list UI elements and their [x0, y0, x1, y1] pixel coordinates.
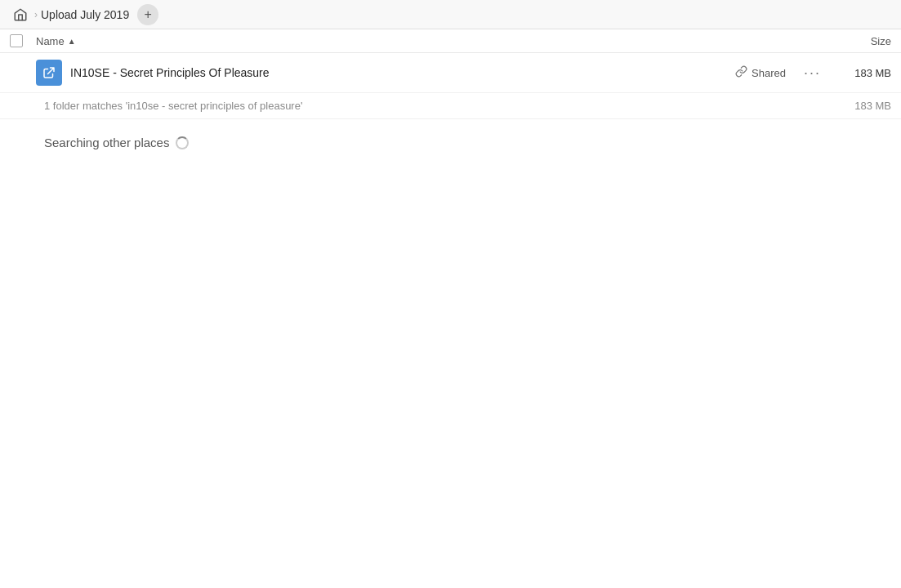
- link-icon: [735, 65, 747, 80]
- sort-arrow-icon: ▲: [68, 37, 76, 46]
- home-button[interactable]: [10, 4, 31, 25]
- add-button[interactable]: +: [137, 4, 158, 25]
- size-column-header[interactable]: Size: [826, 35, 891, 47]
- loading-spinner: [176, 136, 189, 149]
- name-column-label: Name: [36, 35, 65, 47]
- search-results-text: 1 folder matches 'in10se - secret princi…: [44, 100, 302, 112]
- table-row[interactable]: IN10SE - Secret Principles Of Pleasure S…: [0, 53, 901, 93]
- file-size: 183 MB: [826, 67, 891, 79]
- select-all-checkbox-col[interactable]: [10, 34, 36, 47]
- folder-link-icon: [36, 60, 62, 86]
- breadcrumb-text: Upload July 2019: [41, 8, 129, 21]
- shared-badge: Shared: [735, 65, 786, 80]
- search-results-size: 183 MB: [854, 100, 891, 112]
- name-column-header[interactable]: Name ▲: [36, 35, 826, 47]
- searching-other-places: Searching other places: [0, 119, 901, 159]
- more-options-button[interactable]: ···: [799, 63, 826, 83]
- search-results-info: 1 folder matches 'in10se - secret princi…: [0, 93, 901, 119]
- searching-label: Searching other places: [44, 136, 169, 149]
- file-name: IN10SE - Secret Principles Of Pleasure: [70, 66, 735, 79]
- file-actions: Shared ···: [735, 63, 826, 83]
- column-headers: Name ▲ Size: [0, 29, 901, 53]
- select-all-checkbox[interactable]: [10, 34, 23, 47]
- breadcrumb-bar: › Upload July 2019 +: [0, 0, 901, 29]
- breadcrumb-separator: ›: [34, 9, 38, 20]
- shared-label: Shared: [752, 67, 786, 79]
